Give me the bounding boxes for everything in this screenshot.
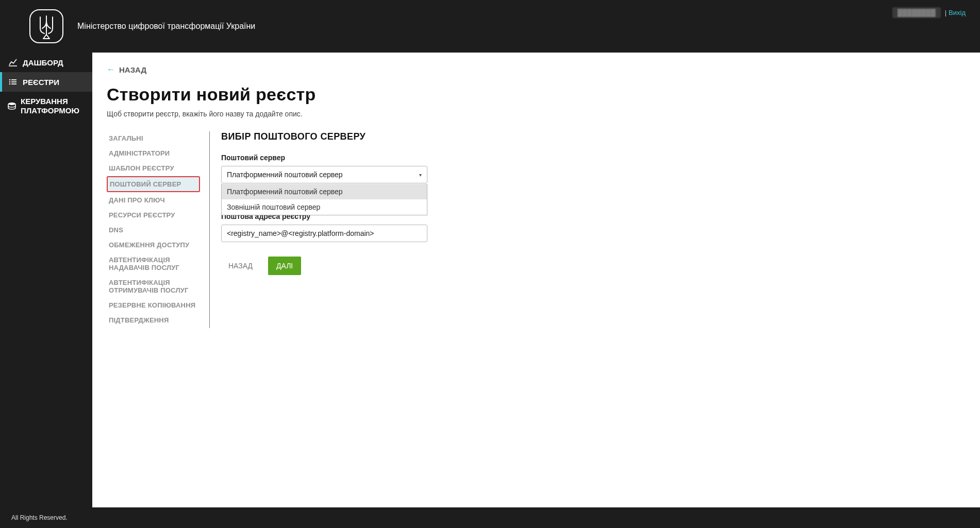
step-item-template[interactable]: ШАБЛОН РЕЄСТРУ [107,161,200,175]
main: ДАШБОРД РЕЄСТРИ КЕРУВАННЯ ПЛАТФОРМОЮ ← Н… [0,53,980,507]
sidebar-item-label: ДАШБОРД [23,58,63,67]
form-wrap: ЗАГАЛЬНІ АДМІНІСТРАТОРИ ШАБЛОН РЕЄСТРУ П… [107,131,966,328]
footer-text: All Rights Reserved. [11,514,68,521]
dropdown-option-external[interactable]: Зовнішній поштовий сервер [222,199,427,215]
step-item-admins[interactable]: АДМІНІСТРАТОРИ [107,146,200,160]
step-item-keydata[interactable]: ДАНІ ПРО КЛЮЧ [107,193,200,207]
step-nav: ЗАГАЛЬНІ АДМІНІСТРАТОРИ ШАБЛОН РЕЄСТРУ П… [107,131,210,328]
back-button[interactable]: НАЗАД [221,257,260,275]
chart-icon [7,58,19,67]
sidebar-item-label: КЕРУВАННЯ ПЛАТФОРМОЮ [21,97,85,115]
dbstack-icon [7,101,16,111]
step-item-general[interactable]: ЗАГАЛЬНІ [107,131,200,145]
step-item-backup[interactable]: РЕЗЕРВНЕ КОПІЮВАННЯ [107,298,200,312]
page-title: Створити новий реєстр [107,84,966,105]
sidebar: ДАШБОРД РЕЄСТРИ КЕРУВАННЯ ПЛАТФОРМОЮ [0,53,92,507]
back-label: НАЗАД [119,65,146,74]
step-item-accesslimit[interactable]: ОБМЕЖЕННЯ ДОСТУПУ [107,238,200,252]
step-item-auth-providers[interactable]: АВТЕНТИФІКАЦІЯ НАДАВАЧІВ ПОСЛУГ [107,253,200,275]
step-item-mailserver[interactable]: ПОШТОВИЙ СЕРВЕР [107,176,200,192]
page-subtitle: Щоб створити реєстр, вкажіть його назву … [107,110,966,118]
section-title: ВИБІР ПОШТОВОГО СЕРВЕРУ [221,131,478,142]
user-badge: ████████ [892,7,941,18]
divider: | [945,9,946,16]
sidebar-item-registries[interactable]: РЕЄСТРИ [0,72,92,92]
button-row: НАЗАД ДАЛІ [221,257,478,275]
header: Міністерство цифрової трансформації Укра… [0,0,980,53]
server-dropdown: Платформенний поштовий сервер Зовнішній … [221,184,427,215]
arrow-left-icon: ← [107,65,115,74]
back-link[interactable]: ← НАЗАД [107,65,146,74]
logout-link[interactable]: Вихід [949,9,966,16]
dropdown-option-platform[interactable]: Платформенний поштовий сервер [222,184,427,199]
sidebar-item-label: РЕЄСТРИ [23,78,59,87]
step-item-auth-receivers[interactable]: АВТЕНТИФІКАЦІЯ ОТРИМУВАЧІВ ПОСЛУГ [107,276,200,297]
server-select-wrap: Платформенний поштовий сервер ▾ Платформ… [221,166,478,183]
brand-text: Міністерство цифрової трансформації Укра… [77,22,255,31]
content: ← НАЗАД Створити новий реєстр Щоб створи… [92,53,980,507]
server-select-value: Платформенний поштовий сервер [227,171,343,179]
trident-icon [28,8,65,45]
list-icon [7,77,19,87]
header-right: ████████ | Вихід [892,7,966,18]
step-item-resources[interactable]: РЕСУРСИ РЕЄСТРУ [107,208,200,222]
form-area: ВИБІР ПОШТОВОГО СЕРВЕРУ Поштовий сервер … [210,131,478,328]
step-item-dns[interactable]: DNS [107,223,200,237]
brand: Міністерство цифрової трансформації Укра… [28,8,255,45]
registry-address-input[interactable]: <registry_name>@<registry.platform-domai… [221,225,427,242]
next-button[interactable]: ДАЛІ [268,257,301,275]
footer: All Rights Reserved. [0,507,980,528]
step-item-confirm[interactable]: ПІДТВЕРДЖЕННЯ [107,313,200,327]
chevron-down-icon: ▾ [419,172,422,178]
server-select[interactable]: Платформенний поштовий сервер ▾ [221,166,427,183]
sidebar-item-dashboard[interactable]: ДАШБОРД [0,53,92,72]
server-label: Поштовий сервер [221,154,478,162]
registry-address-value: <registry_name>@<registry.platform-domai… [227,229,374,237]
sidebar-item-platform-mgmt[interactable]: КЕРУВАННЯ ПЛАТФОРМОЮ [0,92,92,121]
svg-point-7 [8,103,15,105]
